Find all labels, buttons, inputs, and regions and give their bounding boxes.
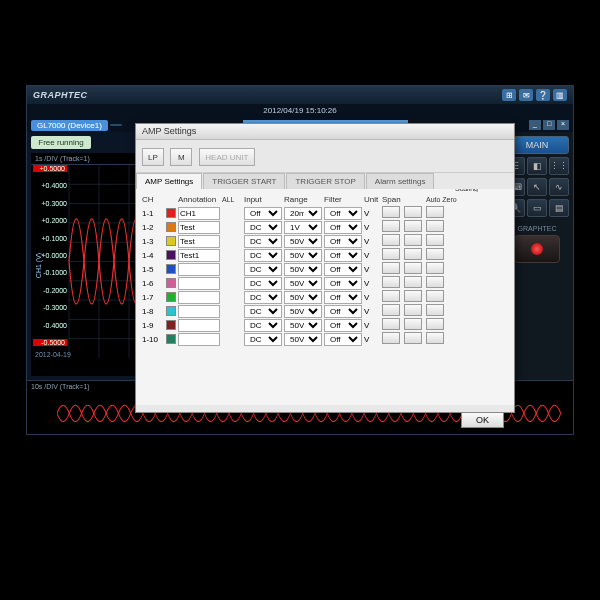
- autozero-button[interactable]: [426, 220, 444, 232]
- color-swatch[interactable]: [166, 306, 176, 316]
- color-swatch[interactable]: [166, 264, 176, 274]
- autozero-button[interactable]: [426, 318, 444, 330]
- span-button[interactable]: [382, 262, 400, 274]
- title-icon-4[interactable]: ▥: [553, 89, 567, 101]
- range-select[interactable]: 50V: [284, 235, 322, 248]
- toolbar-icon-9[interactable]: ▤: [549, 199, 569, 217]
- win-close[interactable]: ×: [557, 120, 569, 130]
- input-select[interactable]: DC: [244, 277, 282, 290]
- span-button[interactable]: [382, 318, 400, 330]
- filter-select[interactable]: Off: [324, 249, 362, 262]
- color-swatch[interactable]: [166, 334, 176, 344]
- toolbar-icon-2[interactable]: ◧: [527, 157, 547, 175]
- toolbar-icon-8[interactable]: ▭: [527, 199, 547, 217]
- color-swatch[interactable]: [166, 292, 176, 302]
- filter-select[interactable]: Off: [324, 305, 362, 318]
- scale-button[interactable]: [404, 276, 422, 288]
- mode-lp-button[interactable]: LP: [142, 148, 164, 166]
- range-select[interactable]: 50V: [284, 249, 322, 262]
- span-button[interactable]: [382, 248, 400, 260]
- span-button[interactable]: [382, 220, 400, 232]
- annotation-input[interactable]: [178, 235, 220, 248]
- input-select[interactable]: Off: [244, 207, 282, 220]
- title-icon-3[interactable]: ❔: [536, 89, 550, 101]
- record-button[interactable]: [514, 235, 560, 263]
- scale-button[interactable]: [404, 248, 422, 260]
- annotation-input[interactable]: [178, 319, 220, 332]
- input-select[interactable]: DC: [244, 235, 282, 248]
- input-select[interactable]: DC: [244, 319, 282, 332]
- annotation-input[interactable]: [178, 333, 220, 346]
- title-icon-1[interactable]: ⊞: [502, 89, 516, 101]
- scale-button[interactable]: [404, 318, 422, 330]
- scale-button[interactable]: [404, 332, 422, 344]
- toolbar-icon-3[interactable]: ⋮⋮: [549, 157, 569, 175]
- autozero-button[interactable]: [426, 290, 444, 302]
- range-select[interactable]: 50V: [284, 291, 322, 304]
- annotation-input[interactable]: [178, 277, 220, 290]
- input-select[interactable]: DC: [244, 263, 282, 276]
- scale-button[interactable]: [404, 206, 422, 218]
- win-max[interactable]: □: [543, 120, 555, 130]
- autozero-button[interactable]: [426, 206, 444, 218]
- autozero-button[interactable]: [426, 332, 444, 344]
- autozero-button[interactable]: [426, 234, 444, 246]
- annotation-input[interactable]: [178, 221, 220, 234]
- tab-trigger-stop[interactable]: TRIGGER STOP: [286, 173, 364, 189]
- span-button[interactable]: [382, 332, 400, 344]
- range-select[interactable]: 50V: [284, 319, 322, 332]
- mode-headunit-button[interactable]: HEAD UNIT: [199, 148, 255, 166]
- autozero-button[interactable]: [426, 248, 444, 260]
- color-swatch[interactable]: [166, 250, 176, 260]
- input-select[interactable]: DC: [244, 305, 282, 318]
- annotation-input[interactable]: [178, 249, 220, 262]
- scale-button[interactable]: [404, 304, 422, 316]
- color-swatch[interactable]: [166, 236, 176, 246]
- filter-select[interactable]: Off: [324, 291, 362, 304]
- filter-select[interactable]: Off: [324, 277, 362, 290]
- range-select[interactable]: 20mV: [284, 207, 322, 220]
- annotation-input[interactable]: [178, 305, 220, 318]
- device-chip[interactable]: GL7000 (Device1): [31, 120, 108, 131]
- tab-alarm-settings[interactable]: Alarm settings: [366, 173, 435, 189]
- autozero-button[interactable]: [426, 304, 444, 316]
- range-select[interactable]: 50V: [284, 305, 322, 318]
- tab-trigger-start[interactable]: TRIGGER START: [203, 173, 285, 189]
- tab-amp-settings[interactable]: AMP Settings: [136, 173, 202, 189]
- filter-select[interactable]: Off: [324, 263, 362, 276]
- annotation-input[interactable]: [178, 291, 220, 304]
- autozero-button[interactable]: [426, 262, 444, 274]
- annotation-input[interactable]: [178, 207, 220, 220]
- filter-select[interactable]: Off: [324, 319, 362, 332]
- device-chip-2[interactable]: [110, 124, 122, 126]
- span-button[interactable]: [382, 206, 400, 218]
- color-swatch[interactable]: [166, 208, 176, 218]
- span-button[interactable]: [382, 304, 400, 316]
- range-select[interactable]: 50V: [284, 277, 322, 290]
- color-swatch[interactable]: [166, 278, 176, 288]
- input-select[interactable]: DC: [244, 249, 282, 262]
- color-swatch[interactable]: [166, 222, 176, 232]
- toolbar-wave-icon[interactable]: ∿: [549, 178, 569, 196]
- win-min[interactable]: _: [529, 120, 541, 130]
- scale-button[interactable]: [404, 220, 422, 232]
- toolbar-cursor-icon[interactable]: ↖: [527, 178, 547, 196]
- range-select[interactable]: 1V: [284, 221, 322, 234]
- scale-button[interactable]: [404, 290, 422, 302]
- span-button[interactable]: [382, 234, 400, 246]
- color-swatch[interactable]: [166, 320, 176, 330]
- ok-button[interactable]: OK: [461, 412, 504, 428]
- input-select[interactable]: DC: [244, 291, 282, 304]
- range-select[interactable]: 50V: [284, 263, 322, 276]
- filter-select[interactable]: Off: [324, 207, 362, 220]
- span-button[interactable]: [382, 276, 400, 288]
- filter-select[interactable]: Off: [324, 333, 362, 346]
- annotation-input[interactable]: [178, 263, 220, 276]
- span-button[interactable]: [382, 290, 400, 302]
- mode-m-button[interactable]: M: [170, 148, 192, 166]
- range-select[interactable]: 50V: [284, 333, 322, 346]
- input-select[interactable]: DC: [244, 333, 282, 346]
- scale-button[interactable]: [404, 262, 422, 274]
- filter-select[interactable]: Off: [324, 235, 362, 248]
- input-select[interactable]: DC: [244, 221, 282, 234]
